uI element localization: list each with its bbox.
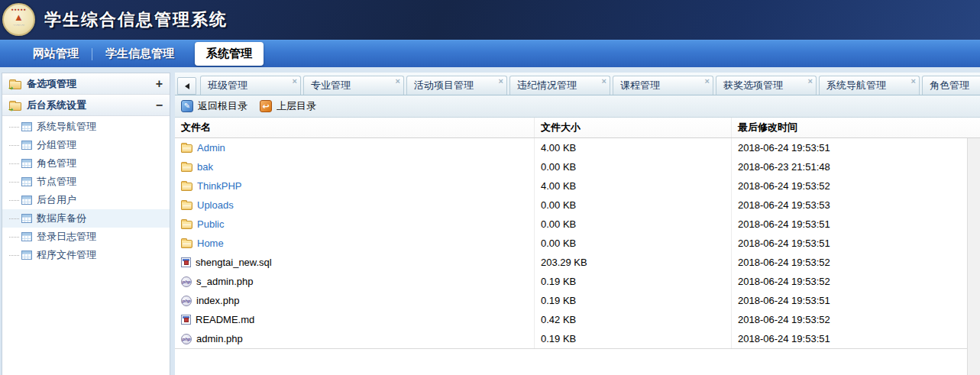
tab-label: 活动项目管理 — [414, 79, 474, 92]
file-modified: 2018-06-23 21:51:48 — [732, 157, 980, 176]
close-icon[interactable]: × — [808, 76, 813, 86]
file-name[interactable]: ThinkPHP — [197, 180, 242, 192]
tab[interactable]: 违纪情况管理 × — [509, 76, 610, 95]
menu-item-system-management[interactable]: 系统管理 — [195, 42, 264, 66]
sidebar-group-backend-settings[interactable]: 后台系统设置 − — [2, 95, 170, 116]
up-level-button[interactable]: 上层目录 — [260, 99, 316, 113]
sidebar-tree-item[interactable]: 数据库备份 — [2, 209, 170, 228]
file-row[interactable]: php index.php 0.19 KB 2018-06-24 19:53:5… — [175, 291, 980, 310]
file-size: 4.00 KB — [535, 176, 732, 196]
sidebar-tree-item-label: 分组管理 — [37, 138, 76, 152]
tab-bar: 班级管理 × 专业管理 × 活动项目管理 × 违纪情况管理 × 课程管理 × 获… — [175, 73, 980, 95]
file-name[interactable]: admin.php — [196, 333, 243, 344]
file-name[interactable]: bak — [197, 161, 213, 173]
file-row[interactable]: bak 0.00 KB 2018-06-23 21:51:48 — [175, 157, 980, 176]
table-grid-icon — [21, 251, 32, 260]
file-name[interactable]: s_admin.php — [196, 276, 253, 287]
logo-ring-text: ●●●●● — [11, 7, 26, 11]
file-name[interactable]: Public — [197, 218, 224, 230]
app-title: 学生综合信息管理系统 — [44, 8, 228, 31]
sidebar-tree-item[interactable]: 系统导航管理 — [2, 118, 170, 136]
tab[interactable]: 班级管理 × — [200, 76, 301, 95]
file-row[interactable]: shengtai_new.sql 203.29 KB 2018-06-24 19… — [175, 253, 980, 272]
logo-wave-icon: ﹏﹏ — [14, 21, 24, 26]
tree-connector — [9, 145, 19, 146]
file-row[interactable]: php admin.php 0.19 KB 2018-06-24 19:53:5… — [175, 329, 980, 348]
folder-arrow-icon — [9, 102, 21, 111]
sidebar-tree-item[interactable]: 角色管理 — [2, 154, 170, 173]
tab[interactable]: 系统导航管理 × — [819, 76, 920, 95]
menu-item-website-management[interactable]: 网站管理 — [20, 47, 92, 61]
sidebar-tree-item[interactable]: 登录日志管理 — [2, 228, 170, 246]
php-icon: php — [181, 276, 192, 287]
tab[interactable]: 专业管理 × — [303, 76, 404, 95]
close-icon[interactable]: × — [293, 76, 297, 86]
sidebar-group-options-management[interactable]: 备选项管理 + — [2, 73, 170, 95]
file-modified: 2018-06-24 19:53:51 — [732, 215, 980, 234]
sidebar-tree-item[interactable]: 程序文件管理 — [2, 246, 170, 264]
tab-label: 角色管理 — [930, 79, 969, 92]
file-name[interactable]: README.md — [196, 314, 254, 325]
file-name[interactable]: Uploads — [197, 199, 234, 211]
file-name[interactable]: Admin — [197, 142, 225, 154]
vertical-scrollbar-track[interactable] — [967, 138, 980, 375]
file-size: 203.29 KB — [535, 253, 732, 272]
expand-plus-icon[interactable]: + — [156, 79, 163, 89]
tree-connector — [9, 163, 19, 164]
arrow-left-icon — [185, 83, 189, 89]
file-row[interactable]: Home 0.00 KB 2018-06-24 19:53:51 — [175, 234, 980, 253]
column-header-filesize[interactable]: 文件大小 — [535, 118, 732, 137]
return-root-button[interactable]: 返回根目录 — [181, 99, 247, 113]
folder-icon — [181, 202, 192, 210]
main-area: 备选项管理 + 后台系统设置 − 系统导航管理 分组管理 角色管理 节点管理 后… — [0, 67, 980, 375]
sidebar-tree-item-label: 数据库备份 — [37, 212, 86, 225]
sidebar-tree-item-label: 程序文件管理 — [37, 248, 96, 262]
sidebar-tree-item[interactable]: 节点管理 — [2, 173, 170, 191]
file-size: 0.00 KB — [535, 196, 732, 215]
file-row[interactable]: Uploads 0.00 KB 2018-06-24 19:53:53 — [175, 196, 980, 215]
file-row[interactable]: ThinkPHP 4.00 KB 2018-06-24 19:53:52 — [175, 176, 980, 196]
file-modified: 2018-06-24 19:53:51 — [732, 291, 980, 310]
file-row[interactable]: Admin 4.00 KB 2018-06-24 19:53:51 — [175, 138, 980, 157]
tree-connector — [9, 200, 19, 201]
sidebar-tree-item[interactable]: 后台用户 — [2, 191, 170, 209]
close-icon[interactable]: × — [705, 76, 710, 86]
file-row[interactable]: Public 0.00 KB 2018-06-24 19:53:51 — [175, 215, 980, 234]
sidebar-tree-item[interactable]: 分组管理 — [2, 136, 170, 154]
tab[interactable]: 角色管理 — [922, 76, 980, 95]
file-table-header: 文件名 文件大小 最后修改时间 — [175, 118, 980, 138]
doc-icon — [181, 315, 191, 325]
tab-label: 班级管理 — [208, 79, 247, 92]
close-icon[interactable]: × — [499, 76, 503, 86]
file-name[interactable]: shengtai_new.sql — [196, 257, 272, 268]
column-header-modified[interactable]: 最后修改时间 — [732, 118, 980, 137]
file-size: 0.19 KB — [535, 272, 732, 291]
collapse-minus-icon[interactable]: − — [156, 100, 163, 111]
file-name[interactable]: index.php — [196, 295, 239, 306]
menu-item-student-info-management[interactable]: 学生信息管理 — [92, 47, 187, 61]
file-size: 0.00 KB — [535, 157, 732, 176]
file-row[interactable]: php s_admin.php 0.19 KB 2018-06-24 19:53… — [175, 272, 980, 291]
tab[interactable]: 课程管理 × — [613, 76, 713, 95]
close-icon[interactable]: × — [602, 76, 606, 86]
table-grid-icon — [21, 196, 32, 205]
sidebar-tree-item-label: 节点管理 — [37, 175, 76, 189]
file-name[interactable]: Home — [197, 238, 224, 249]
tab-scroll-left-button[interactable] — [177, 77, 196, 95]
file-row[interactable]: README.md 0.42 KB 2018-06-24 19:53:52 — [175, 310, 980, 329]
column-header-filename[interactable]: 文件名 — [175, 118, 535, 137]
up-level-label: 上层目录 — [277, 99, 316, 113]
tab-label: 获奖选项管理 — [723, 79, 783, 92]
close-icon[interactable]: × — [911, 76, 916, 86]
table-grid-icon — [21, 122, 32, 131]
tab[interactable]: 活动项目管理 × — [406, 76, 507, 95]
file-modified: 2018-06-24 19:53:51 — [732, 329, 980, 348]
return-root-label: 返回根目录 — [198, 99, 247, 113]
close-icon[interactable]: × — [396, 76, 400, 86]
folder-icon — [181, 240, 192, 248]
file-size: 0.19 KB — [535, 329, 732, 348]
tab[interactable]: 获奖选项管理 × — [716, 76, 817, 95]
folder-icon — [181, 221, 192, 229]
file-size: 0.42 KB — [535, 310, 732, 329]
file-modified: 2018-06-24 19:53:52 — [732, 310, 980, 329]
